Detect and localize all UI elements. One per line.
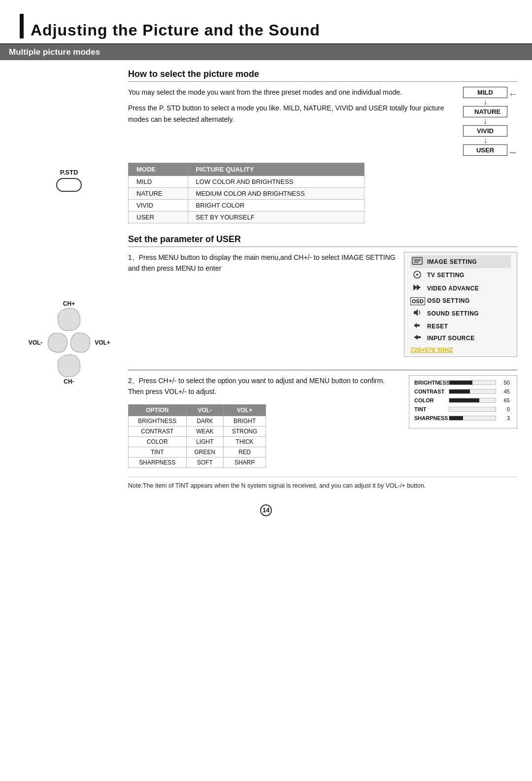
subsection2-title: Set the parameter of USER <box>128 234 517 247</box>
options-header-cell: VOL+ <box>224 404 266 416</box>
setting-bar-container: 65 <box>449 397 510 403</box>
page-number-area: 14 <box>0 504 532 516</box>
setting-row: SHARPNESS3 <box>414 415 510 421</box>
table-cell-mode: USER <box>129 212 188 223</box>
svg-point-5 <box>416 274 418 276</box>
options-table-row: COLORLIGHTTHICK <box>129 436 266 447</box>
step1-area: IMAGE SETTINGTV SETTINGVIDEO ADVANCEOSDO… <box>128 252 517 362</box>
setting-bar-fill <box>449 390 470 393</box>
setting-bar-container: 45 <box>449 389 510 394</box>
options-table-cell: WEAK <box>186 426 224 436</box>
menu-item-label: OSD SETTING <box>427 297 470 304</box>
menu-item-label: SOUND SETTING <box>427 310 479 317</box>
options-table-cell: BRIGHT <box>224 416 266 426</box>
left-column: P.STD CH+ VOL- VOL+ CH- <box>20 60 118 496</box>
vol-plus-button[interactable] <box>70 333 90 353</box>
bottom-section: 2、Press CH+/- to select the option you w… <box>128 375 517 468</box>
menu-item-row: SOUND SETTING <box>410 307 511 320</box>
setting-row: CONTRAST45 <box>414 389 510 394</box>
setting-value: 45 <box>498 389 510 394</box>
menu-item-label: TV SETTING <box>427 272 465 279</box>
svg-marker-12 <box>414 309 418 316</box>
setting-value: 50 <box>498 380 510 386</box>
setting-bar-wrap: 3 <box>449 415 510 421</box>
options-table-body: BRIGHTNESSDARKBRIGHTCONTRASTWEAKSTRONGCO… <box>129 416 266 467</box>
title-bar: Adjusting the Picture and the Sound <box>0 0 532 44</box>
pstd-button <box>56 178 82 192</box>
mode-mild: MILD <box>463 87 507 98</box>
arrow-2: ↓ <box>483 117 487 125</box>
ch-plus-btn-row <box>58 308 80 331</box>
options-table-cell: THICK <box>224 436 266 447</box>
ch-plus-button[interactable] <box>58 308 80 331</box>
menu-item-row: TV SETTING <box>410 268 511 282</box>
picture-table-body: MILDLOW COLOR AND BRIGHTNESSNATUREMEDIUM… <box>129 176 365 223</box>
menu-item-icon <box>410 257 424 267</box>
body-text-1: You may select the mode you want from th… <box>128 87 454 98</box>
setting-bar-container: 50 <box>449 380 510 386</box>
options-table-cell: STRONG <box>224 426 266 436</box>
mode-nature: NATURE <box>463 106 507 117</box>
menu-item-icon <box>410 284 424 293</box>
setting-bar-bg <box>449 407 496 412</box>
section-header: Multiple picture modes <box>0 44 532 60</box>
mode-flow-diagram: MILD ↓ NATURE ↓ VIVID ↓ USER ← | <box>463 87 517 156</box>
table-cell-mode: NATURE <box>129 188 188 200</box>
menu-item-icon: OSD <box>410 296 424 305</box>
setting-name: SHARPNESS <box>414 415 449 421</box>
menu-screenshot: IMAGE SETTINGTV SETTINGVIDEO ADVANCEOSDO… <box>404 252 517 357</box>
subsection1-title: How to select the picture mode <box>128 69 517 82</box>
ch-minus-button[interactable] <box>58 355 80 377</box>
arrow-line: | <box>508 152 517 153</box>
setting-row: BRIGHTNESS50 <box>414 380 510 386</box>
svg-marker-10 <box>413 284 417 290</box>
options-table-cell: SHARP <box>224 457 266 467</box>
menu-item-label: RESET <box>427 323 448 330</box>
page-number: 14 <box>260 504 272 516</box>
setting-bar-wrap: 45 <box>449 389 510 394</box>
picture-modes-table: MODE PICTURE QUALITY MILDLOW COLOR AND B… <box>128 163 365 223</box>
arrow-3: ↓ <box>483 137 487 144</box>
mode-user: USER <box>463 144 507 156</box>
menu-item-label: VIDEO ADVANCE <box>427 285 479 292</box>
bottom-left: 2、Press CH+/- to select the option you w… <box>128 375 392 468</box>
setting-bar-bg <box>449 380 496 385</box>
options-table-cell: TINT <box>129 447 187 457</box>
menu-item-row: OSDOSD SETTING <box>410 295 511 307</box>
step2-text: 2、Press CH+/- to select the option you w… <box>128 375 392 397</box>
setting-name: CONTRAST <box>414 389 449 394</box>
setting-bar-container: 0 <box>449 406 510 412</box>
menu-item-row: IMAGE SETTING <box>410 255 511 268</box>
vol-plus-label: VOL+ <box>93 339 112 346</box>
setting-value: 0 <box>498 406 510 412</box>
options-table-row: SHARPNESSSOFTSHARP <box>129 457 266 467</box>
options-table-cell: BRIGHTNESS <box>129 416 187 426</box>
svg-point-8 <box>414 276 415 277</box>
options-table-cell: SOFT <box>186 457 224 467</box>
vol-row: VOL- VOL+ <box>26 333 112 353</box>
setting-name: BRIGHTNESS <box>414 380 449 386</box>
vol-minus-label: VOL- <box>26 339 45 346</box>
options-table-cell: COLOR <box>129 436 187 447</box>
controls-area: CH+ VOL- VOL+ CH- <box>26 300 112 385</box>
options-table-cell: SHARPNESS <box>129 457 187 467</box>
table-cell-quality: MEDIUM COLOR AND BRIGHTNESS <box>188 188 364 200</box>
table-row: USERSET BY YOURSELF <box>129 212 365 223</box>
options-header-cell: VOL- <box>186 404 224 416</box>
bottom-right: BRIGHTNESS50CONTRAST45COLOR65TINT0SHARPN… <box>402 375 517 428</box>
setting-bar-bg <box>449 389 496 394</box>
setting-row: TINT0 <box>414 406 510 412</box>
param-section: Set the parameter of USER IMAGE SETTINGT… <box>128 234 517 491</box>
vol-minus-button[interactable] <box>48 333 67 353</box>
options-table-cell: LIGHT <box>186 436 224 447</box>
mode-boxes: MILD ↓ NATURE ↓ VIVID ↓ USER <box>463 87 507 156</box>
setting-value: 65 <box>498 397 510 403</box>
ch-minus-label: CH- <box>64 378 74 385</box>
mode-vivid: VIVID <box>463 125 507 137</box>
table-cell-quality: LOW COLOR AND BRIGHTNESS <box>188 176 364 188</box>
ch-plus-label: CH+ <box>63 300 75 307</box>
menu-item-row: VIDEO ADVANCE <box>410 282 511 295</box>
menu-item-icon <box>410 322 424 331</box>
arrow-1: ↓ <box>483 98 487 106</box>
table-cell-mode: MILD <box>129 176 188 188</box>
